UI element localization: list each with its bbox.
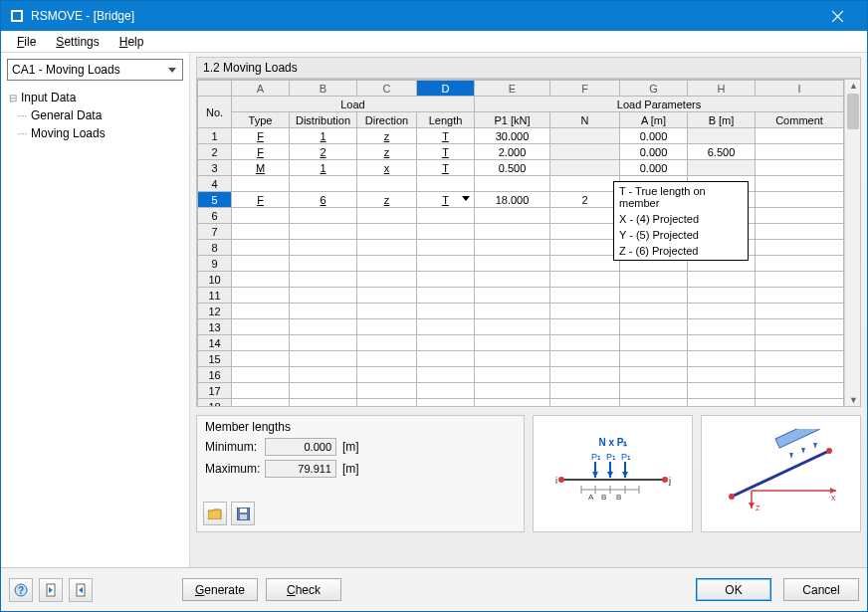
svg-marker-38 [813, 443, 817, 449]
table-row[interactable]: 10 [198, 272, 844, 288]
svg-text:i: i [555, 476, 557, 486]
sub-dir: Direction [357, 112, 417, 128]
sub-n: N [550, 112, 620, 128]
table-row[interactable]: 12 [198, 304, 844, 319]
svg-text:A: A [588, 493, 594, 502]
sub-b: B [m] [688, 112, 756, 128]
min-label: Minimum: [205, 440, 265, 454]
table-row[interactable]: 13 [198, 319, 844, 335]
scroll-thumb[interactable] [847, 94, 859, 129]
main-panel: 1.2 Moving Loads A B C D [190, 53, 867, 567]
svg-marker-16 [607, 472, 613, 478]
ok-button[interactable]: OK [696, 578, 771, 601]
svg-text:B: B [601, 493, 606, 502]
scroll-up-icon[interactable]: ▲ [849, 81, 858, 91]
sub-dist: Distribution [290, 112, 357, 128]
svg-text:P₁: P₁ [621, 452, 631, 462]
sub-a: A [m] [620, 112, 688, 128]
dropdown-option[interactable]: T - True length on member [615, 183, 747, 211]
col-E[interactable]: E [475, 81, 550, 97]
next-page-icon[interactable] [69, 578, 93, 602]
svg-text:P₁: P₁ [606, 452, 616, 462]
cancel-button[interactable]: Cancel [783, 578, 859, 601]
max-value [265, 460, 336, 478]
member-lengths-group: Member lengths Minimum: [m] Maximum: [m] [196, 415, 525, 532]
sub-type: Type [232, 112, 290, 128]
titlebar: RSMOVE - [Bridge] [1, 1, 867, 31]
col-G[interactable]: G [620, 81, 688, 97]
svg-text:P₁: P₁ [591, 452, 601, 462]
window-title: RSMOVE - [Bridge] [31, 9, 134, 23]
max-label: Maximum: [205, 462, 265, 476]
header-no: No. [198, 97, 232, 128]
sub-comment: Comment [756, 112, 844, 128]
check-button[interactable]: Check [266, 578, 341, 601]
app-icon [9, 8, 25, 24]
svg-point-33 [729, 494, 735, 500]
header-load: Load [232, 97, 475, 112]
svg-marker-43 [749, 503, 755, 509]
svg-line-32 [732, 451, 829, 497]
col-H[interactable]: H [688, 81, 756, 97]
dropdown-option[interactable]: Z - (6) Projected [615, 243, 747, 259]
tree-root[interactable]: Input Data [7, 89, 183, 106]
max-unit: [m] [342, 462, 359, 476]
table-row[interactable]: 1 F 1 z T 30.000 0.000 [198, 128, 844, 144]
scroll-down-icon[interactable]: ▼ [849, 395, 858, 405]
member-lengths-title: Member lengths [205, 420, 516, 434]
sub-p1: P1 [kN] [475, 112, 550, 128]
length-dropdown[interactable]: T - True length on member X - (4) Projec… [613, 181, 749, 261]
table-row[interactable]: 17 [198, 383, 844, 399]
svg-point-34 [826, 448, 832, 454]
footer: ? Generate Check OK Cancel [1, 567, 867, 611]
menu-file[interactable]: File [7, 33, 46, 51]
nav-tree: Input Data General Data Moving Loads [7, 89, 183, 567]
table-row[interactable]: 18 [198, 399, 844, 407]
col-B[interactable]: B [290, 81, 357, 97]
col-F[interactable]: F [550, 81, 620, 97]
svg-rect-35 [775, 429, 819, 448]
panel-title: 1.2 Moving Loads [196, 57, 861, 79]
table-row[interactable]: 15 [198, 351, 844, 367]
save-icon[interactable] [231, 502, 255, 525]
svg-point-19 [558, 477, 564, 483]
table-row[interactable]: 2 F 2 z T 2.000 0.000 6.500 [198, 144, 844, 160]
table-row[interactable]: 14 [198, 335, 844, 351]
menubar: File Settings Help [1, 31, 867, 53]
svg-text:x: x [831, 493, 836, 503]
tree-general-data[interactable]: General Data [7, 106, 183, 124]
grid-area: A B C D E F G H I No. Load Load Paramete… [196, 79, 861, 407]
min-unit: [m] [342, 440, 359, 454]
dropdown-option[interactable]: X - (4) Projected [615, 211, 747, 227]
case-select[interactable]: CA1 - Moving Loads [7, 59, 183, 81]
menu-settings[interactable]: Settings [46, 33, 108, 51]
tree-moving-loads[interactable]: Moving Loads [7, 124, 183, 142]
help-icon[interactable]: ? [9, 578, 33, 602]
nav-panel: CA1 - Moving Loads Input Data General Da… [1, 53, 190, 567]
table-row[interactable]: 11 [198, 288, 844, 304]
col-A[interactable]: A [232, 81, 290, 97]
menu-help[interactable]: Help [109, 33, 154, 51]
svg-rect-7 [240, 514, 247, 519]
prev-page-icon[interactable] [39, 578, 63, 602]
col-C[interactable]: C [357, 81, 417, 97]
col-I[interactable]: I [756, 81, 844, 97]
content: CA1 - Moving Loads Input Data General Da… [1, 53, 867, 567]
dropdown-option[interactable]: Y - (5) Projected [615, 227, 747, 243]
open-file-icon[interactable] [203, 502, 227, 525]
close-icon[interactable] [817, 1, 857, 31]
table-row[interactable]: 16 [198, 367, 844, 383]
col-D[interactable]: D [417, 81, 475, 97]
sub-len: Length [417, 112, 475, 128]
load-diagram-2: x z [701, 415, 861, 532]
length-cell-select[interactable]: T [417, 192, 475, 208]
svg-marker-17 [622, 472, 628, 478]
table-row[interactable]: 3 M 1 x T 0.500 0.000 [198, 160, 844, 176]
svg-text:B: B [616, 493, 621, 502]
svg-text:j: j [668, 476, 671, 486]
load-diagram-1: N x P₁ P₁ P₁ P₁ i j [533, 415, 693, 532]
svg-marker-37 [801, 448, 805, 454]
svg-rect-6 [240, 509, 247, 512]
grid-scrollbar[interactable]: ▲ ▼ [844, 80, 860, 406]
generate-button[interactable]: Generate [182, 578, 258, 601]
